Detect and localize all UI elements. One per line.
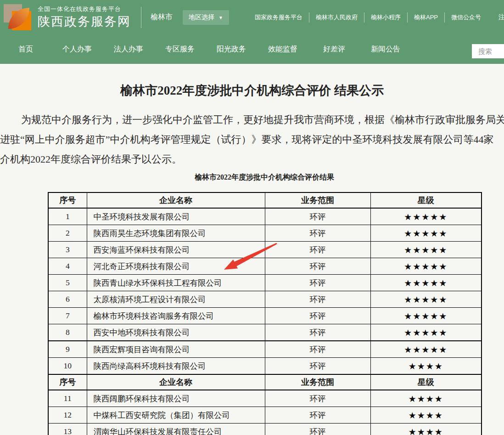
star-rating: ★★★★★: [370, 208, 482, 225]
header-divider: [141, 7, 141, 28]
row-number: 10: [48, 358, 87, 375]
nav-item[interactable]: 效能监督: [257, 45, 308, 54]
table-row: 6太原核清环境工程设计有限公司环评★★★★★: [48, 291, 482, 308]
table-row: 11陕西阔鹏环保科技有限公司环评★★★★: [48, 390, 482, 407]
business-scope: 环评: [265, 275, 370, 291]
nav-item[interactable]: 法人办事: [103, 45, 154, 54]
star-rating: ★★★★: [370, 390, 482, 407]
nav-item[interactable]: 专区服务: [154, 45, 206, 54]
paragraph-line: 进驻“网上中介服务超市”中介机构考评管理规定（试行）》要求，现将评定的中圣环境科…: [0, 130, 504, 149]
row-number: 2: [48, 225, 87, 242]
search-input[interactable]: [472, 44, 504, 58]
chevron-down-icon: ▼: [218, 15, 223, 20]
current-city-label: 榆林市: [151, 12, 173, 22]
top-link[interactable]: 榆林市人民政府: [309, 12, 364, 23]
evaluation-table: 序号企业名称业务范围星级1中圣环境科技发展有限公司环评★★★★★2陕西雨昊生态环…: [48, 192, 482, 435]
table-row: 12中煤科工西安研究院（集团）有限公司环评★★★★: [48, 407, 482, 424]
region-selector-button[interactable]: 地区选择 ▼: [183, 10, 229, 25]
business-scope: 环评: [265, 308, 370, 324]
column-header: 业务范围: [265, 374, 370, 390]
row-number: 4: [48, 258, 87, 275]
column-header: 星级: [370, 374, 482, 390]
nav-item[interactable]: 首页: [0, 45, 51, 54]
table-row: 4河北奇正环境科技有限公司环评★★★★★: [48, 258, 482, 275]
business-scope: 环评: [265, 358, 370, 375]
company-name: 西安海蓝环保科技有限公司: [87, 242, 265, 258]
company-name: 河北奇正环境科技有限公司: [87, 258, 265, 275]
paragraph-line: 介机构2022年度综合评价结果予以公示。: [0, 149, 504, 169]
business-scope: 环评: [265, 407, 370, 424]
star-rating: ★★★★★: [370, 242, 482, 258]
register-link[interactable]: 注册: [498, 13, 504, 22]
platform-label: 全国一体化在线政务服务平台: [38, 6, 131, 13]
business-scope: 环评: [265, 424, 370, 435]
company-name: 太原核清环境工程设计有限公司: [87, 291, 265, 308]
logo-leaf-icon: [6, 5, 31, 31]
star-rating: ★★★★★: [370, 291, 482, 308]
table-row: 1中圣环境科技发展有限公司环评★★★★★: [48, 208, 482, 225]
table-row: 13渭南华山环保科技发展有限责任公司环评★★★★: [48, 424, 482, 435]
star-rating: ★★★★: [370, 424, 482, 435]
table-row: 8西安中地环境科技有限公司环评★★★★★: [48, 324, 482, 341]
row-number: 3: [48, 242, 87, 258]
top-link[interactable]: 微信公众号: [445, 12, 487, 23]
site-name: 陕西政务服务网: [38, 14, 131, 29]
row-number: 6: [48, 291, 87, 308]
top-link[interactable]: 榆林小程序: [364, 12, 408, 23]
star-rating: ★★★★★: [370, 341, 482, 358]
row-number: 12: [48, 407, 87, 424]
company-name: 陕西青山绿水环保科技工程有限公司: [87, 275, 265, 291]
column-header: 序号: [48, 192, 87, 208]
region-selector-label: 地区选择: [189, 13, 214, 21]
company-name: 陕西宏辉项目咨询有限公司: [87, 341, 265, 358]
row-number: 7: [48, 308, 87, 324]
announcement-paragraph: 为规范中介服务行为，进一步强化中介监管工作，更好地提升我市营商环境，根据《榆林市…: [0, 110, 504, 169]
nav-item[interactable]: 好差评: [308, 45, 360, 54]
row-number: 1: [48, 208, 87, 225]
table-row: 7榆林市环境科技咨询服务有限公司环评★★★★★: [48, 308, 482, 324]
table-row: 5陕西青山绿水环保科技工程有限公司环评★★★★★: [48, 275, 482, 291]
star-rating: ★★★★★: [370, 258, 482, 275]
column-header: 企业名称: [87, 374, 265, 390]
table-caption: 榆林市2022年度涉批中介机构综合评价结果: [48, 173, 481, 182]
row-number: 13: [48, 424, 87, 435]
company-name: 渭南华山环保科技发展有限责任公司: [87, 424, 265, 435]
top-header: 全国一体化在线政务服务平台 陕西政务服务网 榆林市 地区选择 ▼ 国家政务服务平…: [0, 0, 504, 34]
top-link[interactable]: 国家政务服务平台: [248, 12, 309, 23]
star-rating: ★★★★★: [370, 324, 482, 341]
business-scope: 环评: [265, 225, 370, 242]
business-scope: 环评: [265, 242, 370, 258]
paragraph-line: 为规范中介服务行为，进一步强化中介监管工作，更好地提升我市营商环境，根据《榆林市…: [0, 110, 504, 130]
business-scope: 环评: [265, 291, 370, 308]
business-scope: 环评: [265, 341, 370, 358]
column-header: 企业名称: [87, 192, 265, 208]
star-rating: ★★★★★: [370, 225, 482, 242]
company-name: 榆林市环境科技咨询服务有限公司: [87, 308, 265, 324]
star-rating: ★★★★: [370, 358, 482, 375]
brand-text: 全国一体化在线政务服务平台 陕西政务服务网: [38, 6, 131, 29]
table-row: 10陕西尚绿高科环境科技有限公司环评★★★★: [48, 358, 482, 375]
nav-item[interactable]: 新闻公告: [360, 45, 411, 54]
row-number: 8: [48, 324, 87, 341]
company-name: 中圣环境科技发展有限公司: [87, 208, 265, 225]
table-row: 3西安海蓝环保科技有限公司环评★★★★★: [48, 242, 482, 258]
table-header-row: 序号企业名称业务范围星级: [48, 374, 482, 390]
content-area: 榆林市2022年度涉批中介机构综合评价 结果公示 为规范中介服务行为，进一步强化…: [0, 64, 504, 435]
row-number: 5: [48, 275, 87, 291]
site-logo[interactable]: [4, 3, 32, 32]
page-title: 榆林市2022年度涉批中介机构综合评价 结果公示: [0, 64, 504, 99]
star-rating: ★★★★★: [370, 308, 482, 324]
table-row: 2陕西雨昊生态环境集团有限公司环评★★★★★: [48, 225, 482, 242]
business-scope: 环评: [265, 258, 370, 275]
company-name: 西安中地环境科技有限公司: [87, 324, 265, 341]
column-header: 星级: [370, 192, 482, 208]
row-number: 11: [48, 390, 87, 407]
nav-item[interactable]: 个人办事: [51, 45, 103, 54]
company-name: 中煤科工西安研究院（集团）有限公司: [87, 407, 265, 424]
top-link[interactable]: 榆林APP: [408, 12, 445, 23]
nav-item[interactable]: 阳光政务: [206, 45, 257, 54]
company-name: 陕西雨昊生态环境集团有限公司: [87, 225, 265, 242]
column-header: 序号: [48, 374, 87, 390]
company-name: 陕西阔鹏环保科技有限公司: [87, 390, 265, 407]
table-header-row: 序号企业名称业务范围星级: [48, 192, 482, 208]
